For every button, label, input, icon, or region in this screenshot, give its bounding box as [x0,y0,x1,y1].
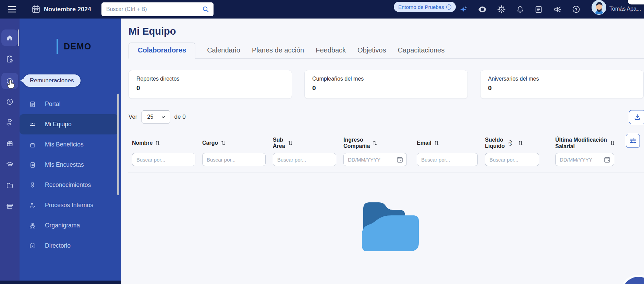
help-circle-icon[interactable]: ? [509,140,512,146]
tab-objetivos[interactable]: Objetivos [357,46,386,58]
org-chart-icon [29,222,36,229]
filter-input-sub-area[interactable] [273,153,336,166]
sidebar-item-mis-beneficios[interactable]: Mis Beneficios [20,134,121,155]
rail-scrollbar[interactable] [18,29,19,46]
calendar-picker-icon[interactable] [396,156,403,163]
app-window: Noviembre 2024 Entorno de Pruebas i [0,0,644,284]
page-size-value: 25 [147,114,154,120]
column-header-sueldo-liquido: Sueldo Líquido ? [485,135,523,151]
calendar-picker-icon[interactable] [604,156,611,163]
sidebar-item-mis-encuestas[interactable]: Mis Encuestas [20,155,121,175]
column-label: Última Modificación Salarial [555,137,607,150]
gear-icon[interactable] [495,2,508,16]
floating-action-button[interactable] [622,277,644,284]
filter-email [417,153,478,166]
svg-text:?: ? [575,7,578,12]
sort-icon[interactable] [373,140,377,146]
card-title: Cumpleaños del mes [312,76,460,82]
column-label: Cargo [202,140,218,146]
sidebar-item-label: Organigrama [45,222,80,229]
filter-input-email[interactable] [417,153,477,166]
empty-folder-illustration [353,193,423,255]
survey-icon [29,162,36,168]
info-icon[interactable]: i [446,4,451,10]
filter-input-nombre[interactable] [132,153,195,166]
folder-icon[interactable] [1,177,18,193]
popover-corner [628,0,644,4]
graduation-cap-icon[interactable] [1,156,18,172]
column-settings-button[interactable] [626,134,640,148]
page-size-suffix: de 0 [174,114,186,120]
sidebar-item-reconocimientos[interactable]: Reconocimientos [20,175,121,195]
search-icon[interactable] [202,5,209,13]
card-value: 0 [136,84,284,92]
column-label: Sub Área [273,137,285,149]
column-label: Sueldo Líquido [485,137,507,149]
news-icon[interactable] [532,2,545,16]
person-check-icon [29,202,36,209]
sidebar-item-label: Mis Beneficios [45,141,84,148]
tab-colaboradores[interactable]: Colaboradores [129,43,195,59]
filter-input-cargo[interactable] [203,153,265,166]
hand-heart-icon[interactable] [1,114,18,130]
tab-calendario[interactable]: Calendario [207,46,240,58]
megaphone-icon[interactable] [550,2,564,16]
sidebar-icon-rail: $ [0,19,20,281]
sidebar-item-procesos-internos[interactable]: Procesos Internos [20,195,121,215]
hamburger-menu-icon[interactable] [8,5,16,13]
tab-capacitaciones[interactable]: Capacitaciones [398,46,445,58]
gift-icon[interactable] [1,135,18,151]
tab-planes-de-accion[interactable]: Planes de acción [252,46,304,58]
bell-icon[interactable] [513,2,527,16]
sidebar-item-organigrama[interactable]: Organigrama [20,215,121,236]
column-header-sub-area: Sub Área [273,135,293,151]
brand-logo: DEMO [57,39,92,54]
chevron-down-icon [161,115,166,120]
search-input[interactable] [106,2,195,16]
card-aniversarios-del-mes: Aniversarios del mes 0 [480,70,644,99]
environment-badge[interactable]: Entorno de Pruebas i [394,2,456,12]
storefront-icon[interactable] [1,198,18,214]
home-icon[interactable] [1,29,18,46]
page-size-row: Ver 25 de 0 [129,110,186,123]
clock-icon[interactable] [1,93,18,110]
sparkles-icon[interactable] [457,2,470,16]
sort-icon[interactable] [288,140,293,146]
sidebar-item-directorio[interactable]: Directorio [20,236,121,256]
filter-nombre [132,153,195,166]
page-size-select[interactable]: 25 [142,110,170,123]
eye-icon[interactable] [475,2,489,16]
sidebar-item-portal[interactable]: Portal [20,94,121,114]
user-name[interactable]: Tomás Apa... [609,6,641,12]
filter-ultima-modificacion [555,153,614,166]
filter-input-sueldo-liquido[interactable] [485,153,539,166]
sidebar-item-mi-equipo[interactable]: Mi Equipo [20,114,118,134]
avatar[interactable] [592,0,606,15]
help-icon[interactable]: ? [569,2,583,16]
contact-card-icon [29,242,36,249]
calendar-icon[interactable] [32,5,40,14]
rail-tooltip-label: Remuneraciones [30,77,74,84]
column-header-email: Email [417,135,439,151]
column-header-cargo: Cargo [202,135,226,151]
filter-ingreso-compania [343,153,407,166]
filter-sub-area [273,153,336,166]
panel-scrollbar[interactable] [117,94,119,195]
sort-icon[interactable] [155,140,160,146]
download-button[interactable] [629,110,644,124]
global-search [101,2,214,16]
logo-accent-bar [57,39,58,54]
column-header-ingreso-compania: Ingreso Compañía [343,135,377,151]
sliders-icon [629,137,637,145]
download-icon [633,113,641,121]
topbar: Noviembre 2024 Entorno de Pruebas i [0,0,644,19]
sidebar-item-label: Directorio [45,242,71,249]
sort-icon[interactable] [434,140,439,146]
sort-icon[interactable] [610,140,615,146]
clipboard-clock-icon[interactable] [1,51,18,67]
period-label[interactable]: Noviembre 2024 [44,6,91,13]
sort-icon[interactable] [518,140,523,146]
tab-feedback[interactable]: Feedback [316,46,346,58]
sort-icon[interactable] [221,140,226,146]
sidebar-item-label: Mi Equipo [45,121,72,128]
